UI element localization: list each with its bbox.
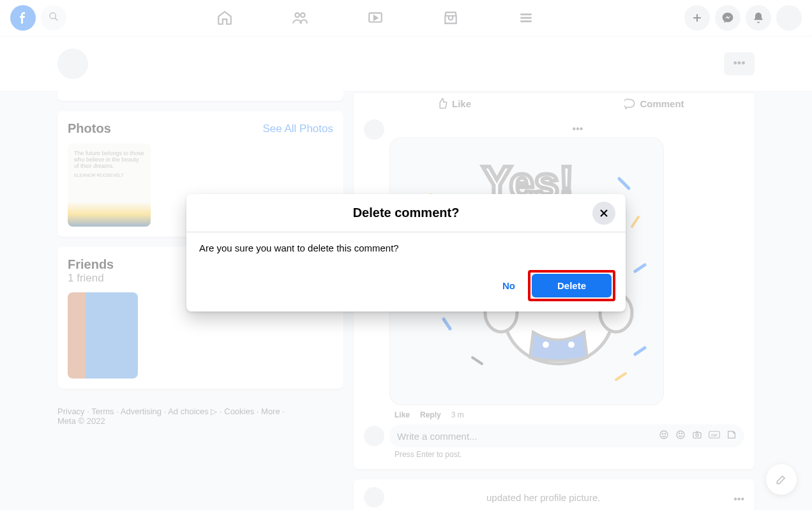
delete-highlight: Delete bbox=[528, 270, 615, 301]
modal-body: Are you sure you want to delete this com… bbox=[186, 232, 626, 264]
delete-button[interactable]: Delete bbox=[532, 274, 612, 297]
no-button[interactable]: No bbox=[495, 275, 523, 296]
delete-comment-modal: Delete comment? Are you sure you want to… bbox=[186, 194, 626, 311]
modal-title: Delete comment? bbox=[225, 206, 587, 220]
modal-close-button[interactable] bbox=[592, 202, 615, 225]
